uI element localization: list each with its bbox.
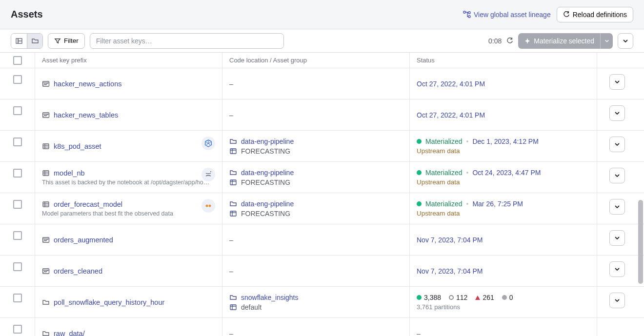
table-row: order_forecast_modelModel parameters tha… [0,193,644,224]
status-dot-icon [417,139,422,144]
status-timestamp[interactable]: Oct 27, 2022, 4:01 PM [417,80,485,88]
table-header: Asset key prefix Code location / Asset g… [0,53,644,68]
asset-group-link[interactable]: default [229,303,402,311]
folder-view-toggle[interactable] [27,34,42,48]
status-materialized: Materialized [425,169,462,177]
svg-rect-45 [230,305,236,310]
status-timestamp[interactable]: Oct 27, 2022, 4:01 PM [417,111,485,119]
row-checkbox[interactable] [13,138,22,146]
asset-kind-icon [42,298,50,306]
partition-status: 3,3881122610 [417,294,590,301]
status-timestamp[interactable]: Nov 7, 2023, 7:04 PM [417,267,483,275]
code-location-link[interactable]: snowflake_insights [229,294,402,301]
status-timestamp[interactable]: Oct 24, 2023, 4:47 PM [472,169,541,177]
refresh-button[interactable] [506,38,513,44]
table-row: poll_snowflake_query_history_hoursnowfla… [0,287,644,318]
table-row: orders_augmented–Nov 7, 2023, 7:04 PM [0,224,644,256]
reload-definitions-button[interactable]: Reload definitions [557,7,633,22]
svg-rect-2 [468,16,470,18]
row-actions-button[interactable] [609,137,625,152]
success-dot-icon [417,295,422,300]
asset-link[interactable]: orders_augmented [54,236,113,244]
status-timestamp[interactable]: Mar 26, 7:25 PM [472,200,523,208]
row-checkbox[interactable] [13,325,22,334]
no-location: – [229,330,402,336]
row-actions-button[interactable] [609,293,625,308]
table-row: model_nbThis asset is backed by the note… [0,162,644,193]
row-checkbox[interactable] [13,106,22,115]
more-actions-button[interactable] [618,33,633,49]
row-checkbox[interactable] [13,169,22,178]
row-checkbox[interactable] [13,294,22,302]
svg-rect-6 [43,81,49,86]
asset-group-link[interactable]: FORECASTING [229,147,402,155]
chevron-down-icon [623,38,628,44]
asset-group-link[interactable]: FORECASTING [229,178,402,186]
status-dot-icon [417,201,422,206]
reload-definitions-label: Reload definitions [573,11,627,19]
folder-icon [31,37,39,45]
partition-total: 3,761 partitions [417,303,590,311]
view-lineage-link[interactable]: View global asset lineage [463,11,551,19]
row-actions-button[interactable] [609,261,625,277]
asset-link[interactable]: hacker_news_tables [54,111,118,119]
filter-button[interactable]: Filter [48,33,85,49]
asset-link[interactable]: raw_data/ [54,330,85,336]
code-location-link[interactable]: data-eng-pipeline [229,169,402,177]
table-row: hacker_news_actions–Oct 27, 2022, 4:01 P… [0,68,644,99]
view-lineage-label: View global asset lineage [474,11,551,19]
asset-link[interactable]: model_nb [54,169,85,177]
chevron-down-icon [614,110,620,116]
svg-rect-38 [230,211,236,216]
page-title: Assets [11,9,43,20]
no-status: – [417,330,590,336]
row-actions-button[interactable] [609,199,625,215]
svg-rect-8 [43,113,49,118]
row-checkbox[interactable] [13,200,22,209]
svg-point-37 [209,205,211,207]
asset-link[interactable]: poll_snowflake_query_history_hour [54,298,164,306]
chevron-down-icon [614,297,620,303]
chevron-down-icon [614,173,620,178]
list-view-toggle[interactable] [11,34,27,48]
list-view-icon [15,37,23,45]
status-timestamp[interactable]: Nov 7, 2023, 7:04 PM [417,236,483,244]
chevron-down-icon [604,39,609,43]
pending-ring-icon [449,295,454,300]
search-input[interactable] [90,33,284,49]
row-checkbox[interactable] [13,75,22,84]
asset-link[interactable]: orders_cleaned [54,267,102,275]
asset-group-link[interactable]: FORECASTING [229,210,402,217]
chevron-down-icon [614,204,620,210]
materialize-dropdown[interactable] [600,33,613,49]
svg-rect-1 [468,12,470,14]
row-checkbox[interactable] [13,262,22,271]
row-checkbox[interactable] [13,231,22,240]
row-actions-button[interactable] [609,105,625,121]
asset-link[interactable]: k8s_pod_asset [54,142,101,150]
svg-rect-29 [230,180,236,185]
svg-point-28 [210,171,211,172]
lineage-icon [463,11,471,19]
compute-kind-badge[interactable] [201,199,215,213]
row-actions-button[interactable] [609,74,625,90]
row-actions-button[interactable] [609,230,625,246]
asset-link[interactable]: order_forecast_model [54,200,122,208]
column-code-location: Code location / Asset group [222,53,410,68]
code-location-link[interactable]: data-eng-pipeline [229,200,402,208]
code-location-link[interactable]: data-eng-pipeline [229,138,402,145]
status-materialized: Materialized [425,200,462,208]
asset-kind-icon [42,330,50,336]
table-row: k8s_pod_assetdata-eng-pipelineFORECASTIN… [0,131,644,162]
sparkle-icon [524,38,531,44]
status-timestamp[interactable]: Dec 1, 2023, 4:12 PM [472,138,538,145]
row-actions-button[interactable] [609,168,625,183]
chevron-down-icon [614,141,620,147]
compute-kind-badge[interactable] [201,168,215,181]
materialize-selected-button[interactable]: Materialize selected [518,33,613,49]
select-all-checkbox[interactable] [13,56,22,65]
svg-rect-0 [463,11,465,13]
compute-kind-badge[interactable] [201,137,215,150]
asset-link[interactable]: hacker_news_actions [54,80,121,88]
scrollbar-thumb[interactable] [638,200,643,284]
